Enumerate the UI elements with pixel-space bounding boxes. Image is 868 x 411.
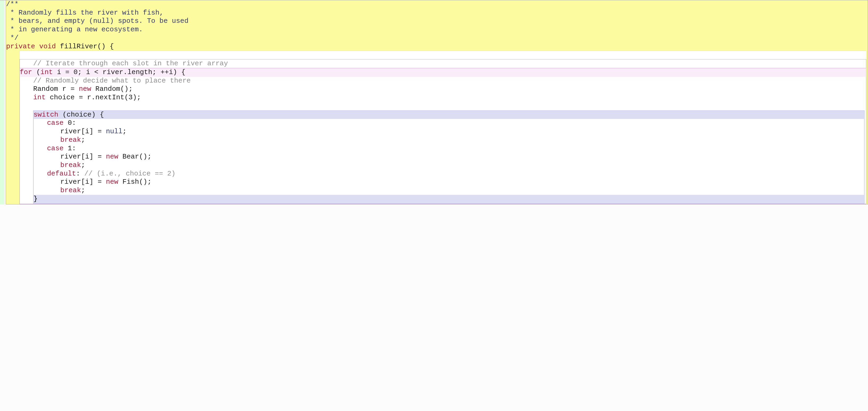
case-0: case 0: — [34, 119, 864, 127]
code-text: 0: — [63, 119, 76, 127]
gutter-left-grey — [4, 0, 6, 204]
semicolon: ; — [122, 127, 127, 135]
switch-block: switch (choice) { case 0: river[i] = nul… — [33, 110, 865, 203]
code-text: Random r = — [33, 85, 79, 93]
comment-default: // (i.e., choice == 2) — [80, 170, 176, 178]
case-0-body: river[i] = null; — [34, 127, 864, 136]
case-1-break: break; — [34, 161, 864, 170]
method-parens: () { — [97, 42, 114, 51]
code-text: river[i] = — [60, 178, 106, 186]
code-column: /** * Randomly fills the river with fish… — [6, 0, 868, 204]
case-0-break: break; — [34, 136, 864, 145]
for-pre-header: // Iterate through each slot in the rive… — [20, 60, 866, 68]
code-text: river[i] = — [60, 127, 106, 135]
keyword-break: break — [60, 136, 81, 144]
for-rest: i = 0; i < river.length; ++i) { — [53, 68, 185, 76]
keyword-new: new — [106, 178, 119, 186]
keyword-break: break — [60, 186, 81, 194]
keyword-switch: switch — [33, 111, 58, 119]
code-text: (choice) { — [58, 111, 104, 119]
switch-header: switch (choice) { — [33, 111, 864, 119]
code-text: choice = r.nextInt(3); — [46, 93, 141, 101]
case-default-break: break; — [34, 186, 864, 195]
random-decl: Random r = new Random(); — [20, 85, 866, 93]
code-text: Random(); — [91, 85, 132, 93]
keyword-case: case — [47, 145, 63, 152]
for-block: // Iterate through each slot in the rive… — [20, 59, 866, 204]
method-block: /** * Randomly fills the river with fish… — [6, 0, 868, 204]
semicolon: ; — [81, 161, 85, 169]
keyword-default: default — [47, 170, 76, 178]
keyword-private: private — [6, 42, 35, 51]
code-text: Fish(); — [118, 178, 151, 186]
for-header: for (int i = 0; i < river.length; ++i) { — [20, 68, 866, 77]
case-default: default: // (i.e., choice == 2) — [34, 170, 864, 178]
keyword-void: void — [39, 42, 56, 51]
comment-iterate: // Iterate through each slot in the rive… — [20, 60, 866, 68]
case-1: case 1: — [34, 145, 864, 153]
code-text: river[i] = — [60, 153, 106, 161]
keyword-new: new — [106, 153, 119, 161]
switch-body: case 0: river[i] = null; break; case 1: … — [33, 119, 864, 195]
case-1-body: river[i] = new Bear(); — [34, 153, 864, 161]
javadoc-line: * bears, and empty (null) spots. To be u… — [6, 17, 868, 26]
semicolon: ; — [81, 136, 85, 144]
javadoc-line: */ — [6, 34, 868, 42]
code-container: /** * Randomly fills the river with fish… — [0, 0, 868, 204]
keyword-null: null — [106, 127, 122, 135]
method-name: fillRiver — [56, 42, 97, 51]
keyword-break: break — [60, 161, 81, 169]
gutter-left-green — [0, 0, 4, 204]
javadoc-line: * in generating a new ecosystem. — [6, 26, 868, 34]
semicolon: ; — [81, 186, 85, 194]
javadoc-line: /** — [6, 0, 868, 9]
switch-close-brace: } — [33, 195, 864, 203]
keyword-for: for — [20, 68, 32, 76]
keyword-new: new — [79, 85, 91, 93]
for-body: // Randomly decide what to place there R… — [20, 77, 866, 204]
colon: : — [76, 170, 80, 178]
for-open-paren: ( — [32, 68, 40, 76]
blank-line — [20, 102, 866, 110]
blank-line — [20, 51, 866, 59]
keyword-int: int — [40, 68, 53, 76]
javadoc-line: * Randomly fills the river with fish, — [6, 9, 868, 17]
keyword-int: int — [33, 93, 46, 101]
code-text: 1: — [63, 145, 76, 152]
comment-randomly: // Randomly decide what to place there — [20, 77, 866, 85]
method-signature: private void fillRiver() { — [6, 42, 868, 51]
blank — [20, 51, 866, 60]
javadoc-comment: /** * Randomly fills the river with fish… — [6, 0, 868, 42]
case-default-body: river[i] = new Fish(); — [34, 178, 864, 186]
code-text: Bear(); — [118, 153, 151, 161]
choice-decl: int choice = r.nextInt(3); — [20, 93, 866, 102]
keyword-case: case — [47, 119, 63, 127]
